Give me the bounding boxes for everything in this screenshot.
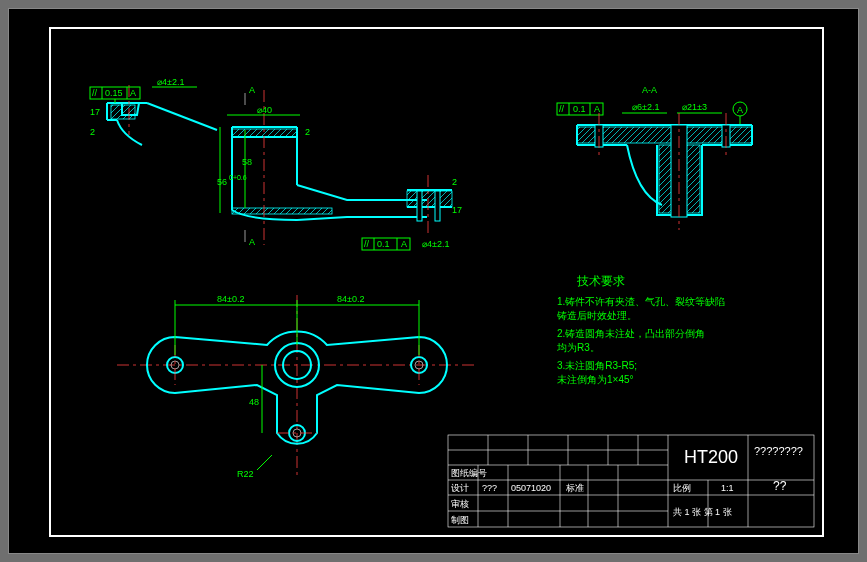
section-aa: A-A // 0.1 A ⌀6±2.1 ⌀21±3 A [557, 85, 752, 230]
tech-req-4: 均为R3。 [556, 342, 600, 353]
sheet-info: 共 1 张 第 1 张 [673, 507, 732, 517]
r22: R22 [237, 469, 254, 479]
tech-req-6: 未注倒角为1×45° [557, 374, 634, 385]
checked-label: 审核 [451, 499, 469, 509]
part-name: ???????? [754, 445, 803, 457]
material-text: HT200 [684, 447, 738, 467]
design-label: 设计 [451, 483, 469, 493]
cad-viewport[interactable]: // 0.15 A ⌀4±2.1 ⌀40 17 2 56 0+0.6 58 2 … [8, 8, 859, 554]
elevation-view [107, 85, 452, 245]
scale-value: 1:1 [721, 483, 734, 493]
d17b: 17 [452, 205, 462, 215]
svg-rect-18 [435, 191, 440, 221]
parallelism-symbol: // [92, 88, 98, 98]
svg-rect-17 [417, 191, 422, 221]
svg-text://: // [364, 239, 370, 249]
d58: 58 [242, 157, 252, 167]
designer: ??? [482, 483, 497, 493]
cad-drawing: // 0.15 A ⌀4±2.1 ⌀40 17 2 56 0+0.6 58 2 … [57, 35, 816, 529]
section-a-bot: A [249, 237, 255, 247]
plan-view: 84±0.2 84±0.2 48 R22 [117, 294, 477, 479]
aa-label: A-A [642, 85, 657, 95]
d17: 17 [90, 107, 100, 117]
tech-req-title: 技术要求 [576, 274, 625, 288]
approved: 标准 [565, 483, 584, 493]
svg-rect-8 [232, 129, 297, 137]
d48: 48 [249, 397, 259, 407]
dia4-21-bot: ⌀4±2.1 [422, 239, 449, 249]
tech-req-3: 2.铸造圆角未注处，凸出部分倒角 [557, 328, 705, 339]
tol-01: 0.1 [377, 239, 390, 249]
d2-2: 2 [305, 127, 310, 137]
svg-rect-11 [232, 208, 332, 214]
svg-text:A: A [401, 239, 407, 249]
datum-a: A [130, 88, 136, 98]
svg-line-4 [147, 103, 217, 130]
dia6: ⌀6±2.1 [632, 102, 659, 112]
section-a-top: A [249, 85, 255, 95]
d2-1: 2 [90, 127, 95, 137]
d84-1: 84±0.2 [217, 294, 244, 304]
title-block: HT200 ???????? ?? 图纸编号 设计 ??? 05071020 审… [448, 435, 814, 527]
datum-circle-a: A [737, 105, 743, 115]
d84-2: 84±0.2 [337, 294, 364, 304]
d56: 56 [217, 177, 227, 187]
tech-requirements: 技术要求 1.铸件不许有夹渣、气孔、裂纹等缺陷 铸造后时效处理。 2.铸造圆角未… [556, 274, 725, 385]
scale-label: 比例 [673, 483, 691, 493]
tech-req-1: 1.铸件不许有夹渣、气孔、裂纹等缺陷 [557, 296, 725, 307]
dia4-21-top: ⌀4±2.1 [157, 77, 184, 87]
date: 05071020 [511, 483, 551, 493]
qty: ?? [773, 479, 787, 493]
tech-req-5: 3.未注圆角R3-R5; [557, 360, 637, 371]
tol-015: 0.15 [105, 88, 123, 98]
tech-req-2: 铸造后时效处理。 [556, 310, 637, 321]
svg-text:0.1: 0.1 [573, 104, 586, 114]
drawn-label: 制图 [451, 515, 469, 525]
dia40: ⌀40 [257, 105, 272, 115]
svg-rect-16 [407, 191, 452, 207]
dia21: ⌀21±3 [682, 102, 707, 112]
d2-3: 2 [452, 177, 457, 187]
svg-line-77 [257, 455, 272, 470]
svg-text:A: A [594, 104, 600, 114]
rev-label: 图纸编号 [451, 468, 487, 478]
svg-text://: // [559, 104, 565, 114]
tol56: 0+0.6 [229, 174, 247, 181]
